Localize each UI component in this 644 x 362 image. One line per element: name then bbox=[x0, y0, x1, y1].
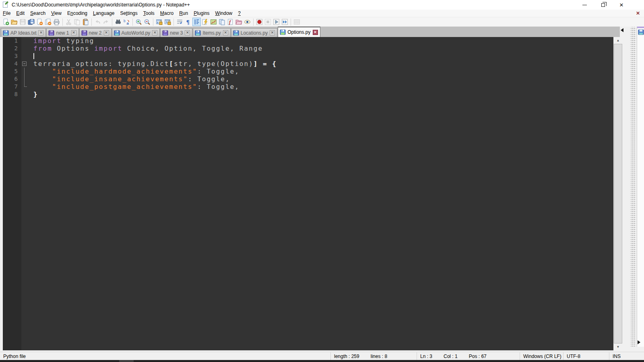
code-line[interactable]: import typing bbox=[29, 37, 613, 45]
tab-close-icon[interactable]: ✕ bbox=[152, 30, 157, 35]
document-map-button[interactable] bbox=[209, 18, 218, 26]
zoom-out-button[interactable] bbox=[143, 18, 151, 26]
minimize-button[interactable] bbox=[575, 0, 594, 10]
fold-collapse-icon[interactable] bbox=[22, 62, 27, 66]
paste-button[interactable] bbox=[81, 18, 90, 26]
code-line[interactable]: "include_postgame_achievements": Toggle, bbox=[29, 83, 613, 90]
copy-button[interactable] bbox=[73, 18, 81, 26]
macro-save-button[interactable] bbox=[293, 18, 301, 26]
macro-record-button[interactable] bbox=[255, 18, 264, 26]
menu-settings[interactable]: Settings bbox=[117, 10, 140, 17]
status-encoding[interactable]: UTF-8 bbox=[564, 352, 609, 360]
macro-stop-button[interactable] bbox=[264, 18, 272, 26]
function-list-button[interactable]: f bbox=[226, 18, 235, 26]
tab-new-3[interactable]: new 3✕ bbox=[160, 28, 192, 37]
code-editor[interactable]: 12345678 import typingfrom Options impor… bbox=[3, 37, 613, 350]
code-line[interactable]: from Options import Choice, Option, Togg… bbox=[29, 45, 613, 52]
tab-autoworld-py[interactable]: AutoWorld.py✕ bbox=[112, 28, 160, 37]
tab-options-py[interactable]: Options.py✕ bbox=[278, 27, 320, 37]
tab-items-py[interactable]: Items.py✕ bbox=[193, 28, 230, 37]
save-all-button[interactable] bbox=[27, 18, 35, 26]
panel-scroll-right-icon[interactable] bbox=[638, 340, 640, 344]
code-line[interactable]: terraria_options: typing.Dict[str, type(… bbox=[29, 60, 613, 68]
menu-edit[interactable]: Edit bbox=[13, 10, 27, 17]
toolbar-separator bbox=[110, 19, 114, 26]
scroll-down-arrow[interactable]: ▼ bbox=[613, 343, 623, 350]
document-panel-sliver[interactable] bbox=[637, 27, 644, 347]
code-line[interactable]: "include_insane_achievements": Toggle, bbox=[29, 75, 613, 83]
tab-new-2[interactable]: new 2✕ bbox=[79, 28, 111, 37]
code-area[interactable]: import typingfrom Options import Choice,… bbox=[29, 37, 613, 350]
new-file-button[interactable] bbox=[2, 18, 10, 26]
title-bar: C:\Users\Dood\Documents\tmp\Archipelago\… bbox=[0, 0, 644, 10]
menu-tools[interactable]: Tools bbox=[140, 10, 157, 17]
menu-language[interactable]: Language bbox=[90, 10, 117, 17]
menu-file[interactable]: File bbox=[0, 10, 13, 17]
scrollbar-thumb[interactable] bbox=[614, 44, 622, 343]
docked-panel-strip bbox=[626, 27, 644, 347]
menu-view[interactable]: View bbox=[48, 10, 64, 17]
fold-marker bbox=[21, 75, 29, 83]
menu-window[interactable]: Window bbox=[213, 10, 235, 17]
indent-guide-button[interactable] bbox=[192, 18, 201, 26]
close-file-button[interactable] bbox=[35, 18, 44, 26]
menu-search[interactable]: Search bbox=[27, 10, 48, 17]
tab-close-icon[interactable]: ✕ bbox=[71, 30, 76, 35]
code-line[interactable]: } bbox=[29, 90, 613, 98]
tab-ap-ideas-txt[interactable]: AP Ideas.txt✕ bbox=[1, 28, 46, 37]
fold-margin[interactable] bbox=[21, 37, 29, 350]
fold-marker bbox=[21, 52, 29, 60]
monitoring-button[interactable] bbox=[243, 18, 252, 26]
document-list-button[interactable] bbox=[218, 18, 226, 26]
tab-scroll-left-icon[interactable] bbox=[621, 28, 623, 32]
tab-close-icon[interactable]: ✕ bbox=[313, 30, 318, 35]
restore-button[interactable] bbox=[594, 0, 612, 10]
menu-plugins[interactable]: Plugins bbox=[191, 10, 212, 17]
replace-button[interactable]: ba bbox=[122, 18, 131, 26]
close-all-button[interactable] bbox=[44, 18, 52, 26]
function-completion-button[interactable] bbox=[201, 18, 209, 26]
sync-horizontal-button[interactable] bbox=[163, 18, 172, 26]
status-eol-format[interactable]: Windows (CR LF) bbox=[520, 352, 564, 360]
macro-play-button[interactable] bbox=[272, 18, 281, 26]
tab-close-icon[interactable]: ✕ bbox=[104, 30, 109, 35]
panel-splitter-grip[interactable] bbox=[630, 27, 636, 347]
print-button[interactable] bbox=[52, 18, 61, 26]
tab-close-icon[interactable]: ✕ bbox=[185, 30, 190, 35]
close-button[interactable]: ✕ bbox=[612, 0, 631, 10]
menu-encoding[interactable]: Encoding bbox=[64, 10, 90, 17]
sync-vertical-button[interactable] bbox=[155, 18, 163, 26]
toolbar-separator bbox=[252, 19, 255, 26]
tab-close-icon[interactable]: ✕ bbox=[270, 30, 275, 35]
word-wrap-button[interactable] bbox=[175, 18, 184, 26]
code-token-default: : Toggle, bbox=[188, 75, 230, 83]
menu-help[interactable]: ? bbox=[235, 10, 244, 17]
tab-new-1[interactable]: new 1✕ bbox=[46, 28, 78, 37]
status-insert-mode[interactable]: INS bbox=[609, 352, 644, 360]
redo-button[interactable] bbox=[102, 18, 110, 26]
line-number: 5 bbox=[3, 68, 21, 75]
code-line[interactable] bbox=[29, 52, 613, 60]
open-file-button[interactable] bbox=[10, 18, 19, 26]
cut-button[interactable] bbox=[64, 18, 73, 26]
macro-run-multiple-button[interactable] bbox=[281, 18, 289, 26]
tab-close-icon[interactable]: ✕ bbox=[38, 30, 43, 35]
find-button[interactable] bbox=[114, 18, 122, 26]
folder-as-workspace-button[interactable] bbox=[235, 18, 243, 26]
code-line[interactable]: "include_hardmode_achievements": Toggle, bbox=[29, 68, 613, 75]
show-all-characters-button[interactable]: ¶ bbox=[184, 18, 192, 26]
vertical-scrollbar[interactable]: ▲ ▼ bbox=[613, 37, 623, 350]
menu-macro[interactable]: Macro bbox=[157, 10, 176, 17]
save-file-button[interactable] bbox=[19, 18, 27, 26]
zoom-in-icon bbox=[135, 19, 142, 25]
document-list-icon bbox=[219, 19, 225, 25]
fold-marker[interactable] bbox=[21, 60, 29, 68]
code-token-operator: ] bbox=[254, 60, 258, 68]
undo-button[interactable] bbox=[93, 18, 102, 26]
scroll-up-arrow[interactable]: ▲ bbox=[613, 37, 623, 44]
zoom-in-button[interactable] bbox=[134, 18, 143, 26]
close-document-icon[interactable]: ✕ bbox=[635, 10, 641, 16]
tab-locations-py[interactable]: Locations.py✕ bbox=[231, 28, 277, 37]
tab-close-icon[interactable]: ✕ bbox=[223, 30, 228, 35]
menu-run[interactable]: Run bbox=[176, 10, 191, 17]
